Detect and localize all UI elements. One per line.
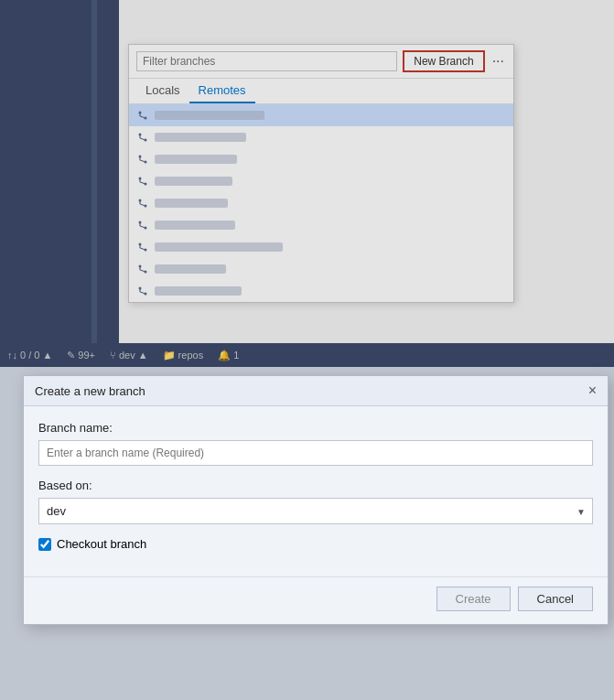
based-on-select-wrapper: dev main master ▼ <box>38 498 593 524</box>
dialog-close-button[interactable]: × <box>588 383 597 398</box>
checkout-checkbox[interactable] <box>38 538 51 551</box>
checkout-row: Checkout branch <box>38 537 593 551</box>
create-branch-dialog: Create a new branch × Branch name: Based… <box>23 375 609 625</box>
based-on-group: Based on: dev main master ▼ <box>38 479 593 524</box>
based-on-select[interactable]: dev main master <box>38 498 593 524</box>
dialog-body: Branch name: Based on: dev main master ▼… <box>24 406 608 576</box>
dialog-title: Create a new branch <box>35 384 145 398</box>
cancel-button[interactable]: Cancel <box>518 587 593 611</box>
based-on-label: Based on: <box>38 479 593 492</box>
dialog-footer: Create Cancel <box>24 576 608 624</box>
dialog-titlebar: Create a new branch × <box>24 376 608 406</box>
branch-name-input[interactable] <box>38 440 593 466</box>
checkout-label: Checkout branch <box>57 537 146 551</box>
branch-name-label: Branch name: <box>38 421 593 435</box>
create-button[interactable]: Create <box>436 587 511 611</box>
